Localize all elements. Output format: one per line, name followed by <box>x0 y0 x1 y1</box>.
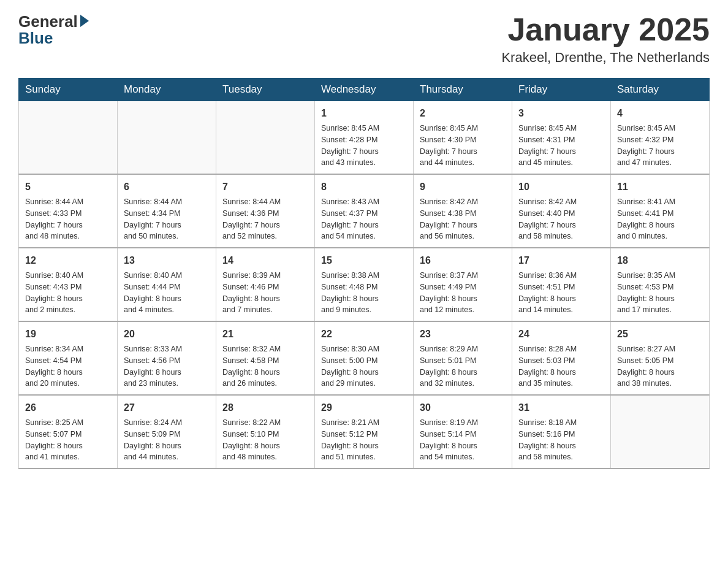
logo: General Blue <box>18 12 89 48</box>
day-info: Sunrise: 8:37 AMSunset: 4:49 PMDaylight:… <box>420 270 506 316</box>
day-info: Sunrise: 8:38 AMSunset: 4:48 PMDaylight:… <box>321 270 407 316</box>
col-sunday: Sunday <box>19 79 118 101</box>
day-number: 31 <box>518 400 604 415</box>
location-title: Krakeel, Drenthe, The Netherlands <box>501 50 710 66</box>
day-number: 3 <box>518 106 604 121</box>
table-row: 23Sunrise: 8:29 AMSunset: 5:01 PMDayligh… <box>414 321 512 395</box>
day-number: 11 <box>617 180 703 194</box>
table-row: 1Sunrise: 8:45 AMSunset: 4:28 PMDaylight… <box>315 101 414 175</box>
table-row: 20Sunrise: 8:33 AMSunset: 4:56 PMDayligh… <box>118 321 216 395</box>
day-info: Sunrise: 8:39 AMSunset: 4:46 PMDaylight:… <box>222 270 308 316</box>
day-number: 25 <box>617 327 703 342</box>
col-monday: Monday <box>118 79 216 101</box>
day-info: Sunrise: 8:45 AMSunset: 4:32 PMDaylight:… <box>617 123 703 169</box>
day-number: 14 <box>222 253 308 268</box>
day-number: 16 <box>420 253 506 268</box>
table-row: 4Sunrise: 8:45 AMSunset: 4:32 PMDaylight… <box>611 101 710 175</box>
table-row: 5Sunrise: 8:44 AMSunset: 4:33 PMDaylight… <box>19 174 118 248</box>
table-row: 26Sunrise: 8:25 AMSunset: 5:07 PMDayligh… <box>19 395 118 469</box>
day-info: Sunrise: 8:34 AMSunset: 4:54 PMDaylight:… <box>25 343 111 389</box>
table-row: 22Sunrise: 8:30 AMSunset: 5:00 PMDayligh… <box>315 321 414 395</box>
calendar-week-row: 19Sunrise: 8:34 AMSunset: 4:54 PMDayligh… <box>19 321 710 395</box>
calendar-header-row: Sunday Monday Tuesday Wednesday Thursday… <box>19 79 710 101</box>
calendar-week-row: 5Sunrise: 8:44 AMSunset: 4:33 PMDaylight… <box>19 174 710 248</box>
day-info: Sunrise: 8:42 AMSunset: 4:40 PMDaylight:… <box>518 196 604 242</box>
calendar-week-row: 26Sunrise: 8:25 AMSunset: 5:07 PMDayligh… <box>19 395 710 469</box>
table-row: 2Sunrise: 8:45 AMSunset: 4:30 PMDaylight… <box>414 101 512 175</box>
day-number: 23 <box>420 327 506 342</box>
day-number: 8 <box>321 180 407 194</box>
day-number: 15 <box>321 253 407 268</box>
day-number: 26 <box>25 400 111 415</box>
day-number: 4 <box>617 106 703 121</box>
day-info: Sunrise: 8:28 AMSunset: 5:03 PMDaylight:… <box>518 343 604 389</box>
table-row: 17Sunrise: 8:36 AMSunset: 4:51 PMDayligh… <box>512 248 611 321</box>
day-info: Sunrise: 8:42 AMSunset: 4:38 PMDaylight:… <box>420 196 506 242</box>
col-tuesday: Tuesday <box>216 79 315 101</box>
table-row: 24Sunrise: 8:28 AMSunset: 5:03 PMDayligh… <box>512 321 611 395</box>
day-number: 2 <box>420 106 506 121</box>
day-number: 10 <box>518 180 604 194</box>
day-info: Sunrise: 8:44 AMSunset: 4:34 PMDaylight:… <box>124 196 210 242</box>
day-info: Sunrise: 8:36 AMSunset: 4:51 PMDaylight:… <box>518 270 604 316</box>
day-number: 29 <box>321 400 407 415</box>
day-info: Sunrise: 8:33 AMSunset: 4:56 PMDaylight:… <box>124 343 210 389</box>
table-row: 25Sunrise: 8:27 AMSunset: 5:05 PMDayligh… <box>611 321 710 395</box>
logo-blue-text: Blue <box>18 29 53 48</box>
day-info: Sunrise: 8:21 AMSunset: 5:12 PMDaylight:… <box>321 417 407 463</box>
month-title: January 2025 <box>501 12 710 47</box>
table-row: 7Sunrise: 8:44 AMSunset: 4:36 PMDaylight… <box>216 174 315 248</box>
day-number: 30 <box>420 400 506 415</box>
table-row: 13Sunrise: 8:40 AMSunset: 4:44 PMDayligh… <box>118 248 216 321</box>
day-number: 20 <box>124 327 210 342</box>
table-row: 14Sunrise: 8:39 AMSunset: 4:46 PMDayligh… <box>216 248 315 321</box>
day-info: Sunrise: 8:18 AMSunset: 5:16 PMDaylight:… <box>518 417 604 463</box>
day-number: 27 <box>124 400 210 415</box>
day-number: 28 <box>222 400 308 415</box>
day-info: Sunrise: 8:25 AMSunset: 5:07 PMDaylight:… <box>25 417 111 463</box>
page-header: General Blue January 2025 Krakeel, Drent… <box>18 12 710 66</box>
day-info: Sunrise: 8:19 AMSunset: 5:14 PMDaylight:… <box>420 417 506 463</box>
day-info: Sunrise: 8:29 AMSunset: 5:01 PMDaylight:… <box>420 343 506 389</box>
day-number: 9 <box>420 180 506 194</box>
day-info: Sunrise: 8:27 AMSunset: 5:05 PMDaylight:… <box>617 343 703 389</box>
table-row: 11Sunrise: 8:41 AMSunset: 4:41 PMDayligh… <box>611 174 710 248</box>
table-row: 18Sunrise: 8:35 AMSunset: 4:53 PMDayligh… <box>611 248 710 321</box>
col-saturday: Saturday <box>611 79 710 101</box>
table-row: 19Sunrise: 8:34 AMSunset: 4:54 PMDayligh… <box>19 321 118 395</box>
table-row: 9Sunrise: 8:42 AMSunset: 4:38 PMDaylight… <box>414 174 512 248</box>
table-row: 15Sunrise: 8:38 AMSunset: 4:48 PMDayligh… <box>315 248 414 321</box>
day-info: Sunrise: 8:22 AMSunset: 5:10 PMDaylight:… <box>222 417 308 463</box>
table-row: 3Sunrise: 8:45 AMSunset: 4:31 PMDaylight… <box>512 101 611 175</box>
day-info: Sunrise: 8:35 AMSunset: 4:53 PMDaylight:… <box>617 270 703 316</box>
day-number: 1 <box>321 106 407 121</box>
day-number: 19 <box>25 327 111 342</box>
day-number: 22 <box>321 327 407 342</box>
logo-triangle-icon <box>80 15 89 27</box>
day-info: Sunrise: 8:41 AMSunset: 4:41 PMDaylight:… <box>617 196 703 242</box>
table-row: 27Sunrise: 8:24 AMSunset: 5:09 PMDayligh… <box>118 395 216 469</box>
table-row: 29Sunrise: 8:21 AMSunset: 5:12 PMDayligh… <box>315 395 414 469</box>
table-row: 10Sunrise: 8:42 AMSunset: 4:40 PMDayligh… <box>512 174 611 248</box>
day-info: Sunrise: 8:43 AMSunset: 4:37 PMDaylight:… <box>321 196 407 242</box>
table-row: 6Sunrise: 8:44 AMSunset: 4:34 PMDaylight… <box>118 174 216 248</box>
calendar-week-row: 1Sunrise: 8:45 AMSunset: 4:28 PMDaylight… <box>19 101 710 175</box>
table-row <box>611 395 710 469</box>
table-row: 28Sunrise: 8:22 AMSunset: 5:10 PMDayligh… <box>216 395 315 469</box>
table-row: 21Sunrise: 8:32 AMSunset: 4:58 PMDayligh… <box>216 321 315 395</box>
table-row: 12Sunrise: 8:40 AMSunset: 4:43 PMDayligh… <box>19 248 118 321</box>
table-row: 30Sunrise: 8:19 AMSunset: 5:14 PMDayligh… <box>414 395 512 469</box>
day-number: 5 <box>25 180 111 194</box>
day-info: Sunrise: 8:30 AMSunset: 5:00 PMDaylight:… <box>321 343 407 389</box>
day-info: Sunrise: 8:44 AMSunset: 4:36 PMDaylight:… <box>222 196 308 242</box>
col-wednesday: Wednesday <box>315 79 414 101</box>
day-info: Sunrise: 8:32 AMSunset: 4:58 PMDaylight:… <box>222 343 308 389</box>
calendar-week-row: 12Sunrise: 8:40 AMSunset: 4:43 PMDayligh… <box>19 248 710 321</box>
day-number: 13 <box>124 253 210 268</box>
table-row: 16Sunrise: 8:37 AMSunset: 4:49 PMDayligh… <box>414 248 512 321</box>
table-row: 8Sunrise: 8:43 AMSunset: 4:37 PMDaylight… <box>315 174 414 248</box>
table-row: 31Sunrise: 8:18 AMSunset: 5:16 PMDayligh… <box>512 395 611 469</box>
day-number: 7 <box>222 180 308 194</box>
day-number: 17 <box>518 253 604 268</box>
day-number: 18 <box>617 253 703 268</box>
